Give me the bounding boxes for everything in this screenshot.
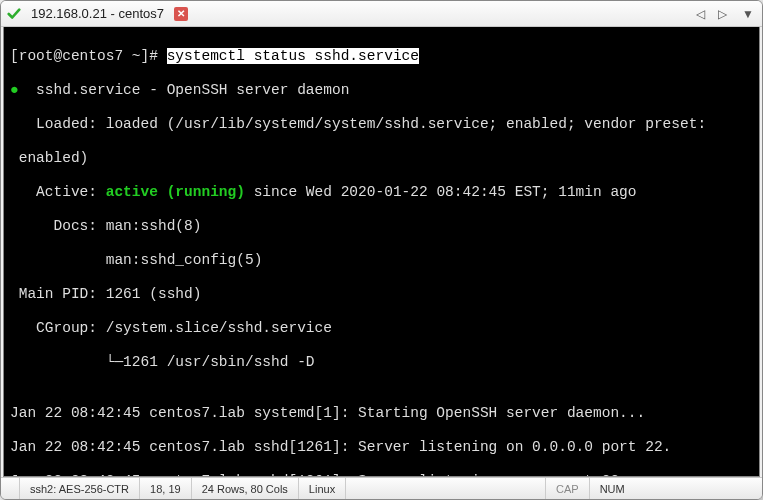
tab-title[interactable]: 192.168.0.21 - centos7 bbox=[27, 6, 168, 21]
output-line: ● sshd.service - OpenSSH server daemon bbox=[10, 82, 753, 99]
tab-dropdown-button[interactable]: ▼ bbox=[740, 6, 756, 22]
output-line: Active: active (running) since Wed 2020-… bbox=[10, 184, 753, 201]
prompt-text: [root@centos7 ~]# bbox=[10, 48, 167, 64]
output-line: └─1261 /usr/sbin/sshd -D bbox=[10, 354, 753, 371]
status-spacer bbox=[9, 478, 19, 499]
output-line: Loaded: loaded (/usr/lib/systemd/system/… bbox=[10, 116, 753, 133]
output-line: enabled) bbox=[10, 150, 753, 167]
output-line: Main PID: 1261 (sshd) bbox=[10, 286, 753, 303]
close-tab-button[interactable]: ✕ bbox=[174, 7, 188, 21]
prev-tab-button[interactable]: ◁ bbox=[692, 6, 708, 22]
terminal-pane[interactable]: [root@centos7 ~]# systemctl status sshd.… bbox=[3, 27, 760, 477]
status-bar: ssh2: AES-256-CTR 18, 19 24 Rows, 80 Col… bbox=[1, 477, 762, 499]
output-line: Jan 22 08:42:45 centos7.lab systemd[1]: … bbox=[10, 405, 753, 422]
output-line: man:sshd_config(5) bbox=[10, 252, 753, 269]
prompt-line-1: [root@centos7 ~]# systemctl status sshd.… bbox=[10, 48, 753, 65]
output-line: Jan 22 08:42:45 centos7.lab sshd[1261]: … bbox=[10, 439, 753, 456]
status-cursor-pos: 18, 19 bbox=[139, 478, 191, 499]
status-protocol: ssh2: AES-256-CTR bbox=[19, 478, 139, 499]
output-line: Docs: man:sshd(8) bbox=[10, 218, 753, 235]
output-text: since Wed 2020-01-22 08:42:45 EST; 11min… bbox=[245, 184, 637, 200]
output-text: sshd.service - OpenSSH server daemon bbox=[19, 82, 350, 98]
status-gap bbox=[345, 478, 545, 499]
output-text: Active: bbox=[10, 184, 106, 200]
title-bar: 192.168.0.21 - centos7 ✕ ◁ ▷ ▼ bbox=[1, 1, 762, 27]
status-numlock: NUM bbox=[589, 478, 635, 499]
active-status: active (running) bbox=[106, 184, 245, 200]
status-os: Linux bbox=[298, 478, 345, 499]
next-tab-button[interactable]: ▷ bbox=[714, 6, 730, 22]
output-line: CGroup: /system.slice/sshd.service bbox=[10, 320, 753, 337]
status-bullet-icon: ● bbox=[10, 82, 19, 98]
command-input: systemctl status sshd.service bbox=[167, 48, 419, 64]
connected-check-icon bbox=[7, 7, 21, 21]
status-dimensions: 24 Rows, 80 Cols bbox=[191, 478, 298, 499]
status-capslock: CAP bbox=[545, 478, 589, 499]
